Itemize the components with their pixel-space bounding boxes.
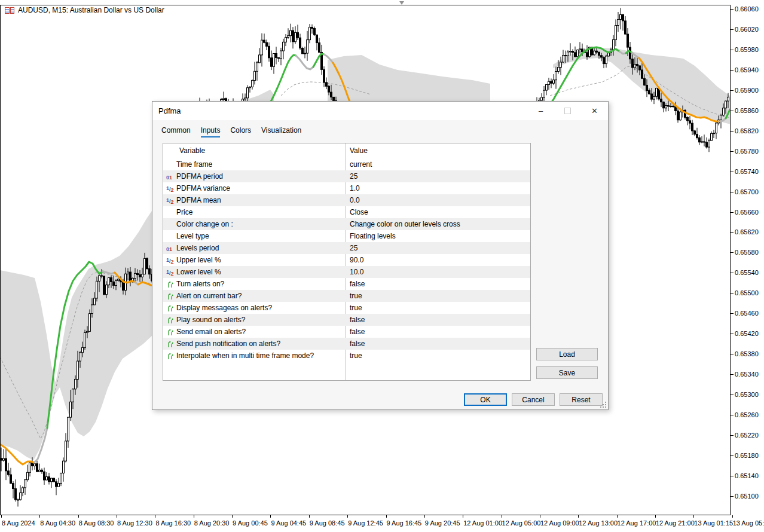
save-button[interactable]: Save — [536, 366, 598, 379]
price-tick — [731, 374, 734, 375]
dbl-type-icon: 1/2 — [166, 185, 175, 192]
price-tick-label: 0.65820 — [735, 127, 759, 134]
price-tick — [731, 131, 734, 132]
param-value[interactable]: Close — [350, 208, 528, 216]
param-value[interactable]: 10.0 — [350, 268, 528, 276]
param-value[interactable]: current — [350, 160, 528, 169]
time-tick-label: 12 Aug 13:00 — [579, 519, 618, 527]
price-tick — [731, 293, 734, 293]
time-tick-label: 9 Aug 12:45 — [348, 519, 383, 527]
time-tick — [463, 515, 463, 518]
price-tick-label: 0.65340 — [735, 371, 759, 378]
param-value[interactable]: false — [350, 328, 528, 336]
param-name: Color change on : — [176, 220, 233, 228]
param-row: Send email on alerts?false — [163, 326, 530, 338]
param-name: Display messageas on alerts? — [176, 304, 272, 312]
price-tick-label: 0.65940 — [735, 66, 759, 74]
price-tick-label: 0.65140 — [735, 472, 759, 479]
price-tick — [731, 212, 734, 213]
time-tick — [155, 515, 155, 518]
tab-colors[interactable]: Colors — [226, 124, 255, 137]
param-name: Price — [176, 208, 192, 216]
tab-common[interactable]: Common — [157, 124, 195, 137]
maximize-icon — [554, 102, 581, 120]
price-tick-label: 0.65740 — [735, 168, 759, 175]
param-value[interactable]: 0.0 — [350, 196, 528, 204]
param-value[interactable]: 25 — [350, 244, 528, 252]
time-tick — [117, 515, 117, 518]
price-tick-label: 0.65220 — [735, 432, 759, 439]
param-value[interactable]: false — [350, 280, 528, 288]
param-value[interactable]: 25 — [350, 172, 528, 181]
tab-visualization[interactable]: Visualization — [257, 124, 305, 137]
price-tick — [731, 192, 734, 192]
param-value[interactable]: true — [350, 304, 528, 312]
price-tick — [731, 252, 734, 253]
time-tick-label: 9 Aug 20:45 — [425, 519, 460, 527]
dialog-titlebar[interactable]: Pdfma – ✕ — [152, 102, 608, 120]
time-tick-label: 8 Aug 2024 — [2, 519, 35, 527]
param-row: Color change on :Change color on outer l… — [163, 218, 530, 230]
price-tick — [731, 455, 734, 456]
param-row: Time framecurrent — [163, 158, 530, 170]
time-tick — [617, 515, 618, 518]
time-scale[interactable]: 8 Aug 20248 Aug 04:308 Aug 08:308 Aug 12… — [0, 515, 764, 532]
price-tick-label: 0.65620 — [735, 228, 759, 236]
price-scale[interactable]: 0.660600.660200.659800.659400.659000.658… — [731, 0, 764, 515]
load-button[interactable]: Load — [536, 348, 598, 360]
time-tick — [693, 515, 694, 518]
enum-type-icon — [166, 209, 175, 216]
variable-column-header: Variable — [179, 146, 205, 155]
close-icon[interactable]: ✕ — [581, 102, 608, 120]
param-row: 1/2PDFMA mean0.0 — [163, 194, 530, 206]
param-value[interactable]: true — [350, 292, 528, 300]
price-tick — [731, 50, 734, 50]
time-tick-label: 8 Aug 08:30 — [79, 519, 114, 527]
param-name: Level type — [176, 232, 209, 240]
indicator-properties-dialog: Pdfma – ✕ CommonInputsColorsVisualizatio… — [152, 101, 609, 410]
param-value[interactable]: false — [350, 340, 528, 348]
time-tick — [540, 515, 540, 518]
price-tick-label: 0.65100 — [735, 493, 759, 500]
param-value[interactable]: Change color on outer levels cross — [350, 220, 528, 228]
tab-inputs[interactable]: Inputs — [197, 124, 225, 137]
cancel-button[interactable]: Cancel — [512, 393, 555, 406]
price-tick — [731, 90, 734, 91]
time-tick-label: 8 Aug 16:30 — [155, 519, 191, 527]
param-value[interactable]: false — [350, 316, 528, 324]
param-row: Display messageas on alerts?true — [163, 302, 530, 314]
time-tick — [347, 515, 348, 518]
param-value[interactable]: 1.0 — [350, 184, 528, 192]
price-tick-label: 0.65180 — [735, 452, 759, 459]
param-name: PDFMA mean — [176, 196, 221, 204]
time-tick-label: 13 Aug 05:15 — [733, 519, 764, 527]
time-tick — [386, 515, 387, 518]
param-row: 1/2Upper level %90.0 — [163, 254, 530, 266]
chart-symbol-icon — [5, 7, 14, 14]
reset-button[interactable]: Reset — [560, 393, 603, 406]
resize-grip[interactable] — [600, 401, 607, 408]
chart-title-text: AUDUSD, M15: Australian Dollar vs US Dol… — [18, 6, 164, 14]
param-value[interactable]: 90.0 — [350, 256, 528, 264]
price-tick-label: 0.65540 — [735, 269, 759, 276]
price-tick-label: 0.65660 — [735, 209, 759, 216]
param-value[interactable]: true — [350, 351, 528, 360]
bool-type-icon — [166, 316, 175, 323]
time-tick-label: 12 Aug 17:00 — [618, 519, 656, 527]
price-tick-label: 0.65500 — [735, 289, 759, 296]
bool-type-icon — [166, 352, 175, 359]
ok-button[interactable]: OK — [464, 393, 507, 406]
chart-title: AUDUSD, M15: Australian Dollar vs US Dol… — [5, 6, 164, 14]
param-name: Alert on current bar? — [176, 292, 242, 300]
param-row: Level typeFloating levels — [163, 230, 530, 242]
time-tick — [39, 515, 40, 518]
time-tick-label: 12 Aug 01:00 — [463, 519, 502, 527]
time-tick-label: 9 Aug 00:45 — [233, 519, 268, 527]
bool-type-icon — [166, 328, 175, 335]
param-value[interactable]: Floating levels — [350, 232, 528, 240]
enum-type-icon — [166, 161, 175, 168]
minimize-icon[interactable]: – — [527, 102, 554, 120]
time-tick — [270, 515, 271, 518]
param-row: Play sound on alerts?false — [163, 314, 530, 326]
param-row: Alert on current bar?true — [163, 290, 530, 302]
